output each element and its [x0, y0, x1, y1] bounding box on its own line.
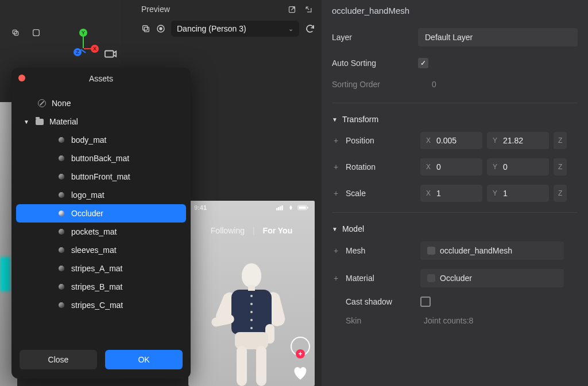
position-y-input[interactable]: Y21.82: [487, 132, 549, 149]
preview-title: Preview: [141, 5, 170, 14]
assets-modal: Assets None▼Materialbody_matbuttonBack_m…: [11, 68, 191, 379]
scale-y-input[interactable]: Y1: [487, 185, 549, 202]
ok-button[interactable]: OK: [105, 350, 183, 369]
sorting-order-label: Sorting Order: [332, 80, 418, 89]
like-heart-icon[interactable]: [292, 364, 309, 381]
material-icon: [427, 274, 435, 282]
follow-plus-icon[interactable]: +: [296, 349, 305, 358]
add-material-icon[interactable]: +: [332, 274, 340, 283]
assets-item-body_mat[interactable]: body_mat: [11, 131, 191, 149]
material-label: Material: [346, 274, 415, 283]
layer-label: Layer: [332, 33, 418, 42]
material-dot-icon: [57, 229, 65, 235]
cast-shadow-checkbox[interactable]: [420, 297, 431, 307]
material-dot-icon: [57, 266, 65, 271]
scale-label: Scale: [346, 189, 415, 198]
selection-icon[interactable]: [31, 28, 41, 38]
none-icon: [38, 99, 46, 107]
auto-sorting-label: Auto Sorting: [332, 59, 418, 68]
skin-label: Skin: [346, 316, 415, 325]
material-dot-icon: [57, 302, 65, 308]
chevron-down-icon: ⌄: [288, 25, 293, 33]
material-dot-icon: [57, 155, 65, 161]
phone-tab-following[interactable]: Following: [211, 226, 245, 235]
assets-item-stripes_a_mat[interactable]: stripes_A_mat: [11, 259, 191, 278]
assets-item-occluder[interactable]: Occluder: [16, 204, 186, 223]
caret-down-icon: ▼: [332, 226, 338, 232]
svg-rect-10: [278, 207, 279, 210]
material-dot-icon: [57, 174, 65, 180]
close-icon[interactable]: [18, 75, 25, 81]
assets-title: Assets: [89, 74, 113, 83]
refresh-icon[interactable]: [305, 24, 315, 34]
rotation-x-input[interactable]: X0: [420, 158, 482, 176]
svg-point-8: [160, 28, 162, 30]
mesh-label: Mesh: [346, 246, 415, 255]
inspector-object-name: occluder_handMesh: [322, 0, 588, 20]
add-position-icon[interactable]: +: [332, 136, 340, 145]
svg-rect-15: [307, 206, 308, 208]
popout-icon[interactable]: [288, 5, 296, 14]
phone-avatar[interactable]: +: [291, 337, 310, 356]
scale-x-input[interactable]: X1: [420, 185, 482, 202]
auto-sorting-checkbox[interactable]: ✓: [418, 58, 428, 68]
copy-icon[interactable]: [141, 24, 150, 33]
assets-group-material[interactable]: ▼Material: [11, 112, 191, 131]
skin-value: Joint counts:8: [420, 316, 473, 325]
caret-down-icon: ▼: [23, 119, 30, 125]
rotation-label: Rotation: [346, 162, 415, 171]
export-icon[interactable]: [304, 5, 313, 14]
position-x-input[interactable]: X0.005: [420, 132, 482, 149]
preview-animation-value: Dancing (Person 3): [177, 24, 246, 33]
assets-item-logo_mat[interactable]: logo_mat: [11, 186, 191, 204]
close-button[interactable]: Close: [20, 350, 97, 369]
phone-tab-foryou[interactable]: For You: [263, 226, 293, 235]
camera-icon[interactable]: [105, 49, 117, 59]
material-dot-icon: [57, 247, 65, 253]
layer-select[interactable]: Default Layer: [418, 28, 578, 46]
svg-rect-5: [143, 26, 148, 30]
svg-rect-12: [281, 205, 283, 210]
svg-rect-2: [33, 30, 40, 36]
assets-item-pockets_mat[interactable]: pockets_mat: [11, 223, 191, 241]
material-dot-icon: [57, 210, 65, 216]
model-section-header[interactable]: ▼ Model: [322, 219, 588, 237]
transform-section-header[interactable]: ▼ Transform: [322, 109, 588, 127]
scale-z-input[interactable]: Z: [554, 185, 567, 202]
assets-item-stripes_b_mat[interactable]: stripes_B_mat: [11, 278, 191, 296]
add-rotation-icon[interactable]: +: [332, 162, 340, 171]
position-z-input[interactable]: Z: [554, 132, 567, 149]
svg-rect-9: [276, 208, 277, 210]
rotation-y-input[interactable]: Y0: [487, 158, 549, 176]
add-scale-icon[interactable]: +: [332, 189, 340, 198]
preview-animation-select[interactable]: Dancing (Person 3) ⌄: [171, 21, 299, 37]
inspector-panel: occluder_handMesh Layer Default Layer Au…: [322, 0, 588, 386]
folder-icon: [36, 119, 44, 125]
position-label: Position: [346, 136, 415, 145]
material-field[interactable]: Occluder: [420, 269, 564, 287]
add-mesh-icon[interactable]: +: [332, 246, 340, 255]
assets-item-sleeves_mat[interactable]: sleeves_mat: [11, 241, 191, 259]
phone-time: 9:41: [194, 204, 207, 211]
assets-item-buttonfront_mat[interactable]: buttonFront_mat: [11, 167, 191, 186]
rotation-z-input[interactable]: Z: [554, 158, 567, 176]
svg-rect-3: [105, 51, 114, 57]
layers-icon[interactable]: [10, 28, 21, 38]
svg-rect-11: [280, 206, 281, 210]
assets-item-none[interactable]: None: [11, 94, 191, 112]
material-dot-icon: [57, 284, 65, 290]
svg-rect-14: [299, 206, 305, 209]
material-dot-icon: [57, 192, 65, 198]
mesh-icon: [427, 247, 435, 255]
orientation-gizmo[interactable]: YXZ: [63, 29, 98, 63]
sorting-order-value: 0: [418, 80, 578, 89]
record-icon[interactable]: [156, 24, 165, 33]
cast-shadow-label: Cast shadow: [346, 297, 415, 306]
svg-rect-6: [144, 27, 149, 32]
assets-item-stripes_c_mat[interactable]: stripes_C_mat: [11, 296, 191, 314]
mannequin-figure: [211, 260, 292, 386]
material-dot-icon: [57, 137, 65, 143]
caret-down-icon: ▼: [332, 116, 338, 123]
mesh-field[interactable]: occluder_handMesh: [420, 241, 564, 260]
assets-item-buttonback_mat[interactable]: buttonBack_mat: [11, 149, 191, 167]
